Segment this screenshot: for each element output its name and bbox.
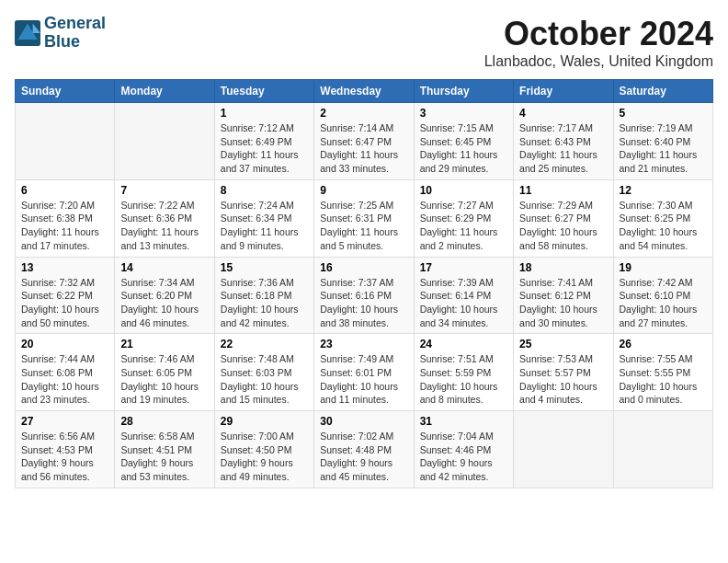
day-info: Sunrise: 7:25 AM Sunset: 6:31 PM Dayligh… <box>320 199 407 253</box>
day-number: 5 <box>620 107 707 120</box>
day-number: 11 <box>519 184 607 197</box>
day-number: 20 <box>21 338 108 350</box>
day-number: 26 <box>620 338 707 350</box>
day-info: Sunrise: 7:04 AM Sunset: 4:46 PM Dayligh… <box>420 430 507 484</box>
calendar-cell: 16Sunrise: 7:37 AM Sunset: 6:16 PM Dayli… <box>314 257 414 334</box>
logo-line1: General <box>44 15 106 33</box>
day-info: Sunrise: 7:36 AM Sunset: 6:18 PM Dayligh… <box>221 276 308 330</box>
calendar-cell: 19Sunrise: 7:42 AM Sunset: 6:10 PM Dayli… <box>613 257 712 334</box>
day-info: Sunrise: 7:00 AM Sunset: 4:50 PM Dayligh… <box>221 430 308 484</box>
day-number: 31 <box>420 415 507 428</box>
day-info: Sunrise: 7:32 AM Sunset: 6:22 PM Dayligh… <box>21 276 108 330</box>
day-number: 13 <box>21 261 108 274</box>
calendar-cell: 13Sunrise: 7:32 AM Sunset: 6:22 PM Dayli… <box>16 257 115 334</box>
day-info: Sunrise: 7:02 AM Sunset: 4:48 PM Dayligh… <box>320 430 407 484</box>
calendar-cell: 6Sunrise: 7:20 AM Sunset: 6:38 PM Daylig… <box>16 179 115 257</box>
day-info: Sunrise: 7:22 AM Sunset: 6:36 PM Dayligh… <box>120 199 208 253</box>
calendar-cell: 10Sunrise: 7:27 AM Sunset: 6:29 PM Dayli… <box>414 179 513 257</box>
calendar-cell: 14Sunrise: 7:34 AM Sunset: 6:20 PM Dayli… <box>115 257 214 334</box>
day-number: 19 <box>620 261 707 274</box>
location-subtitle: Llanbadoc, Wales, United Kingdom <box>484 53 713 70</box>
day-number: 17 <box>420 261 507 274</box>
weekday-header-saturday: Saturday <box>613 80 712 103</box>
day-info: Sunrise: 7:46 AM Sunset: 6:05 PM Dayligh… <box>120 352 208 407</box>
day-info: Sunrise: 7:17 AM Sunset: 6:43 PM Dayligh… <box>519 121 607 176</box>
day-info: Sunrise: 7:49 AM Sunset: 6:01 PM Dayligh… <box>320 352 407 407</box>
day-number: 22 <box>221 338 308 350</box>
calendar-cell: 31Sunrise: 7:04 AM Sunset: 4:46 PM Dayli… <box>414 411 513 488</box>
calendar-cell <box>613 411 712 488</box>
calendar-cell: 25Sunrise: 7:53 AM Sunset: 5:57 PM Dayli… <box>514 334 613 411</box>
weekday-header-sunday: Sunday <box>16 80 115 103</box>
calendar-cell <box>115 103 214 180</box>
calendar-cell <box>514 411 613 488</box>
day-info: Sunrise: 7:37 AM Sunset: 6:16 PM Dayligh… <box>320 276 407 330</box>
day-number: 27 <box>21 415 108 428</box>
calendar-cell: 2Sunrise: 7:14 AM Sunset: 6:47 PM Daylig… <box>314 103 414 180</box>
calendar-cell: 27Sunrise: 6:56 AM Sunset: 4:53 PM Dayli… <box>16 411 115 488</box>
calendar-week-5: 27Sunrise: 6:56 AM Sunset: 4:53 PM Dayli… <box>16 411 713 488</box>
calendar-week-1: 1Sunrise: 7:12 AM Sunset: 6:49 PM Daylig… <box>16 103 713 180</box>
day-number: 16 <box>320 261 407 274</box>
day-number: 25 <box>519 338 607 350</box>
day-info: Sunrise: 7:15 AM Sunset: 6:45 PM Dayligh… <box>420 121 507 176</box>
calendar-cell: 12Sunrise: 7:30 AM Sunset: 6:25 PM Dayli… <box>613 179 712 257</box>
calendar-cell: 4Sunrise: 7:17 AM Sunset: 6:43 PM Daylig… <box>514 103 613 180</box>
day-number: 1 <box>221 107 308 120</box>
day-info: Sunrise: 7:24 AM Sunset: 6:34 PM Dayligh… <box>221 199 308 253</box>
day-number: 6 <box>21 184 108 197</box>
day-number: 18 <box>519 261 607 274</box>
calendar-cell: 23Sunrise: 7:49 AM Sunset: 6:01 PM Dayli… <box>314 334 414 411</box>
calendar-cell: 9Sunrise: 7:25 AM Sunset: 6:31 PM Daylig… <box>314 179 414 257</box>
weekday-header-row: SundayMondayTuesdayWednesdayThursdayFrid… <box>16 80 713 103</box>
day-info: Sunrise: 7:42 AM Sunset: 6:10 PM Dayligh… <box>620 276 707 330</box>
calendar-cell: 20Sunrise: 7:44 AM Sunset: 6:08 PM Dayli… <box>16 334 115 411</box>
calendar-cell: 11Sunrise: 7:29 AM Sunset: 6:27 PM Dayli… <box>514 179 613 257</box>
day-info: Sunrise: 7:34 AM Sunset: 6:20 PM Dayligh… <box>120 276 208 330</box>
weekday-header-tuesday: Tuesday <box>214 80 313 103</box>
day-info: Sunrise: 7:29 AM Sunset: 6:27 PM Dayligh… <box>519 199 607 253</box>
day-info: Sunrise: 7:44 AM Sunset: 6:08 PM Dayligh… <box>21 352 108 407</box>
day-number: 3 <box>420 107 507 120</box>
day-info: Sunrise: 7:48 AM Sunset: 6:03 PM Dayligh… <box>221 352 308 407</box>
day-info: Sunrise: 7:55 AM Sunset: 5:55 PM Dayligh… <box>620 352 707 407</box>
logo: General Blue <box>15 15 106 52</box>
weekday-header-friday: Friday <box>514 80 613 103</box>
calendar-cell: 15Sunrise: 7:36 AM Sunset: 6:18 PM Dayli… <box>214 257 313 334</box>
calendar-cell: 28Sunrise: 6:58 AM Sunset: 4:51 PM Dayli… <box>115 411 214 488</box>
day-number: 9 <box>320 184 407 197</box>
calendar-cell: 3Sunrise: 7:15 AM Sunset: 6:45 PM Daylig… <box>414 103 513 180</box>
calendar-cell: 1Sunrise: 7:12 AM Sunset: 6:49 PM Daylig… <box>214 103 313 180</box>
calendar-week-4: 20Sunrise: 7:44 AM Sunset: 6:08 PM Dayli… <box>16 334 713 411</box>
day-number: 15 <box>221 261 308 274</box>
calendar-cell: 8Sunrise: 7:24 AM Sunset: 6:34 PM Daylig… <box>214 179 313 257</box>
page-title: October 2024 <box>484 15 713 53</box>
day-number: 24 <box>420 338 507 350</box>
weekday-header-monday: Monday <box>115 80 214 103</box>
day-info: Sunrise: 6:56 AM Sunset: 4:53 PM Dayligh… <box>21 430 108 484</box>
calendar-cell: 17Sunrise: 7:39 AM Sunset: 6:14 PM Dayli… <box>414 257 513 334</box>
day-number: 21 <box>120 338 208 350</box>
calendar-cell: 22Sunrise: 7:48 AM Sunset: 6:03 PM Dayli… <box>214 334 313 411</box>
day-info: Sunrise: 7:41 AM Sunset: 6:12 PM Dayligh… <box>519 276 607 330</box>
day-number: 23 <box>320 338 407 350</box>
day-info: Sunrise: 6:58 AM Sunset: 4:51 PM Dayligh… <box>120 430 208 484</box>
weekday-header-thursday: Thursday <box>414 80 513 103</box>
day-number: 4 <box>519 107 607 120</box>
day-info: Sunrise: 7:27 AM Sunset: 6:29 PM Dayligh… <box>420 199 507 253</box>
day-info: Sunrise: 7:14 AM Sunset: 6:47 PM Dayligh… <box>320 121 407 176</box>
day-number: 2 <box>320 107 407 120</box>
calendar-cell <box>16 103 115 180</box>
calendar-cell: 24Sunrise: 7:51 AM Sunset: 5:59 PM Dayli… <box>414 334 513 411</box>
day-info: Sunrise: 7:39 AM Sunset: 6:14 PM Dayligh… <box>420 276 507 330</box>
day-info: Sunrise: 7:19 AM Sunset: 6:40 PM Dayligh… <box>620 121 707 176</box>
day-info: Sunrise: 7:20 AM Sunset: 6:38 PM Dayligh… <box>21 199 108 253</box>
day-number: 7 <box>120 184 208 197</box>
calendar-cell: 26Sunrise: 7:55 AM Sunset: 5:55 PM Dayli… <box>613 334 712 411</box>
logo-icon <box>15 20 40 46</box>
calendar-week-2: 6Sunrise: 7:20 AM Sunset: 6:38 PM Daylig… <box>16 179 713 257</box>
day-number: 14 <box>120 261 208 274</box>
calendar-cell: 21Sunrise: 7:46 AM Sunset: 6:05 PM Dayli… <box>115 334 214 411</box>
day-number: 8 <box>221 184 308 197</box>
day-info: Sunrise: 7:30 AM Sunset: 6:25 PM Dayligh… <box>620 199 707 253</box>
